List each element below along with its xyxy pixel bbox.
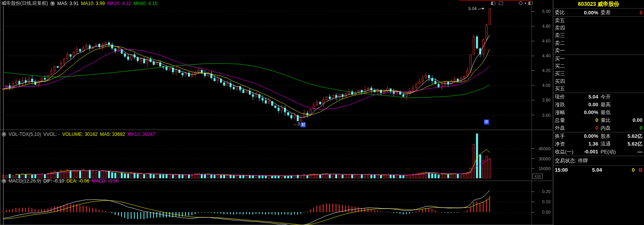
arrow-right-icon xyxy=(478,8,484,10)
stock-chart-canvas[interactable] xyxy=(0,0,553,225)
trading-status: 交易状态: 停牌 xyxy=(553,156,644,165)
stock-code: 603023 xyxy=(578,1,596,7)
price-axis-label: 3.60 xyxy=(533,113,551,118)
vol-ma5-value: MA5: 33682 xyxy=(100,132,125,137)
chevron-down-icon[interactable] xyxy=(50,1,55,6)
vol-indicator-name: VOL-TDX(5,10) xyxy=(9,132,41,137)
volume-axis-label: 30000 xyxy=(533,156,551,161)
high-price-annotation: 5.04 xyxy=(468,6,484,11)
net-assets-row: 净资1.36 流通5.62亿 xyxy=(553,140,644,148)
stock-name: 威帝股份 xyxy=(598,1,619,7)
change-pct-row: 涨幅0.00% 最低 xyxy=(553,109,644,116)
dif-value: DIF: -0.10 xyxy=(43,178,64,184)
ask-row-2[interactable]: 卖二 xyxy=(553,39,644,47)
price-axis-label: 4.40 xyxy=(533,53,551,58)
tick-volume: 0 xyxy=(619,167,635,173)
price-axis-label: 4.80 xyxy=(533,24,551,28)
macd-axis-label: 0.00 xyxy=(533,210,551,214)
outer-inner-row: 外盘0 内盘0 xyxy=(553,124,644,132)
collapse-panel-icon[interactable]: ▸ xyxy=(525,1,527,5)
bid-row-2[interactable]: 买二 xyxy=(553,62,644,70)
tick-price: 5.04 xyxy=(575,167,619,173)
last-tick-row: 15:00 5.04 0 B xyxy=(553,166,644,174)
chevron-down-icon[interactable] xyxy=(2,179,6,183)
macd-indicator-name: MACD(12,26,9) xyxy=(9,178,41,184)
bid-row-5[interactable]: 买五 xyxy=(553,85,644,93)
ma60-value: MA60: 4.15 xyxy=(134,1,157,6)
price-axis-label: 4.20 xyxy=(533,68,551,73)
macd-pane-header: MACD(12,26,9) DIF: -0.10 DEA: -0.06 MACD… xyxy=(2,178,119,184)
volume-axis-label: 45000 xyxy=(533,146,551,151)
price-axis-label: 4.60 xyxy=(533,39,551,43)
turnover-row: 换手0.00% 股本5.62亿 xyxy=(553,132,644,140)
chevron-down-icon[interactable] xyxy=(2,132,6,137)
price-row: 现价5.04 今开 xyxy=(553,93,644,101)
suspension-badge[interactable]: 停 xyxy=(484,120,489,125)
ma10-value: MA10: 3.99 xyxy=(81,1,105,6)
ma20-value: MA20: 4.12 xyxy=(107,1,131,6)
volume-unit-label: X10 xyxy=(532,174,543,179)
ask-row-4[interactable]: 卖四 xyxy=(553,24,644,32)
chart-title-bar: 威帝股份(日线,前复权) MA5: 3.91 MA10: 3.99 MA20: … xyxy=(2,0,157,6)
volume-value: VOLUME: 30162 xyxy=(62,132,98,137)
bid-row-3[interactable]: 买三 xyxy=(553,70,644,77)
layout-switch-icon[interactable] xyxy=(528,2,533,5)
ask-row-1[interactable]: 卖一 xyxy=(553,47,644,54)
maximize-pane-icon[interactable] xyxy=(499,2,503,5)
financial-report-badge[interactable]: 财 xyxy=(301,122,306,127)
page-title: 威帝股份(日线,前复权) xyxy=(2,0,48,7)
price-axis-label: 4.00 xyxy=(533,83,551,88)
vvol-value: VVOL: - xyxy=(43,132,60,137)
bid-row-1[interactable]: 买一 xyxy=(553,55,644,62)
dea-value: DEA: -0.06 xyxy=(67,178,90,184)
vol-ma10-value: MA10: 39347 xyxy=(127,132,155,137)
weibi-row: 委比 0.00% 委差 0 xyxy=(553,9,644,16)
bid-row-4[interactable]: 买四 xyxy=(553,77,644,85)
macd-axis-label: 0.10 xyxy=(533,199,551,204)
tick-time: 15:00 xyxy=(555,167,575,173)
price-axis-label: 3.80 xyxy=(533,98,551,102)
trading-terminal-window: 威帝股份(日线,前复权) MA5: 3.91 MA10: 3.99 MA20: … xyxy=(0,0,644,225)
volume-pane-header: VOL-TDX(5,10) VVOL: - VOLUME: 30162 MA5:… xyxy=(2,132,155,137)
stock-code-name-title: 603023 威帝股份 xyxy=(553,0,644,9)
split-pane-icon[interactable] xyxy=(491,2,495,5)
macd-value: MACD: -0.00 xyxy=(91,178,118,184)
tick-buy-flag: B xyxy=(635,167,642,173)
ask-row-3[interactable]: 卖三 xyxy=(553,32,644,39)
macd-axis-label: 0.20 xyxy=(533,189,551,194)
price-axis-label: 5.00 xyxy=(533,9,551,14)
eps-pe-row: 收益(一)-0.001 PE(动)— xyxy=(553,148,644,156)
ask-row-5[interactable]: 卖五 xyxy=(553,17,644,24)
volume-axis-label: 15000 xyxy=(533,166,551,171)
quote-panel: 603023 威帝股份 委比 0.00% 委差 0 卖五 卖四 卖三 卖二 卖一… xyxy=(553,0,644,225)
ma5-value: MA5: 3.91 xyxy=(57,1,79,6)
total-volume-row: 总量0 量比0.00 xyxy=(553,116,644,124)
change-row: 涨跌0.00 最高 xyxy=(553,101,644,109)
